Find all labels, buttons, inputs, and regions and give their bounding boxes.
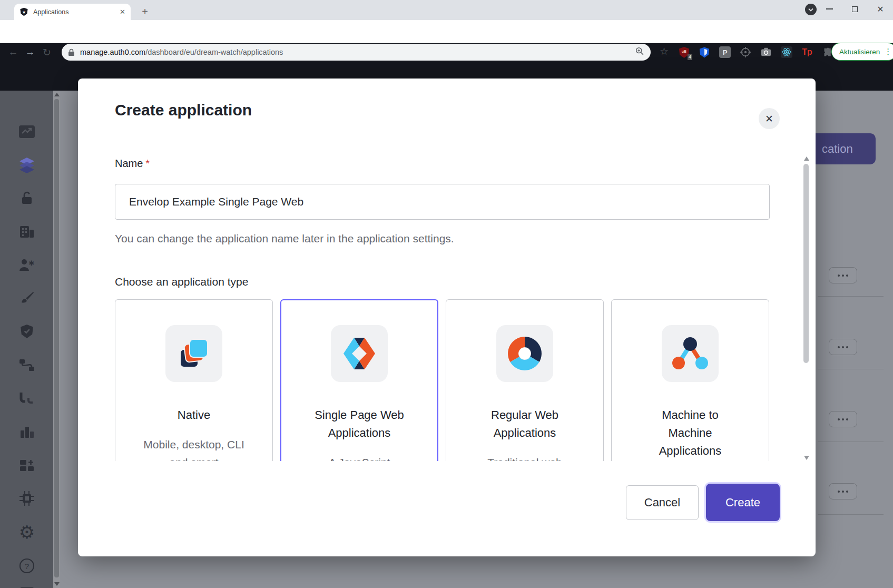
card-title: Single Page Web Applications [311, 406, 407, 442]
sidebar-item-actions[interactable] [16, 355, 37, 376]
tab-title: Applications [33, 8, 120, 16]
native-icon [165, 325, 222, 382]
sidebar-item-activity[interactable] [16, 121, 37, 142]
required-marker: * [145, 158, 150, 169]
application-type-section-label: Choose an application type [115, 276, 248, 288]
browser-tab[interactable]: ★ Applications ✕ [14, 4, 131, 20]
row-actions-button[interactable] [829, 411, 857, 427]
url-path: /dashboard/eu/dream-watch/applications [145, 48, 283, 56]
row-divider [818, 514, 884, 515]
extension-row: uB 4 P Tp L [678, 43, 855, 61]
card-title: Native [146, 406, 242, 424]
scroll-up-icon[interactable] [804, 156, 809, 161]
window-minimize-button[interactable] [817, 0, 841, 18]
camera-extension-icon[interactable] [760, 46, 772, 58]
create-application-modal: Create application ✕ Name* You can chang… [78, 79, 816, 556]
browser-menu-icon[interactable]: ⋮ [884, 47, 892, 56]
reload-button[interactable]: ↻ [39, 44, 55, 60]
scroll-down-icon[interactable] [804, 456, 809, 460]
bitwarden-extension-icon[interactable] [698, 46, 711, 58]
url-host: manage.auth0.com [80, 48, 145, 56]
scroll-up-icon[interactable] [54, 93, 60, 96]
sidebar-item-monitor[interactable] [16, 581, 37, 588]
modal-scrollbar[interactable] [802, 155, 811, 461]
app-type-card-spa[interactable]: Single Page Web Applications A JavaScrip… [280, 299, 438, 461]
modal-body: Name* You can change the application nam… [78, 79, 816, 461]
browser-tab-strip: ★ Applications ✕ + ✕ [0, 0, 893, 20]
sidebar-item-organizations[interactable] [16, 221, 37, 242]
window-maximize-button[interactable] [842, 0, 867, 18]
application-type-cards: Native Mobile, desktop, CLI and smart Si… [115, 299, 770, 461]
zoom-icon[interactable] [635, 46, 644, 58]
sidebar-item-branding[interactable] [16, 288, 37, 309]
card-description: A JavaScript [309, 454, 410, 461]
regular-web-icon [496, 325, 553, 382]
bookmark-star-icon[interactable]: ☆ [660, 45, 669, 57]
cancel-button[interactable]: Cancel [626, 485, 699, 520]
sidebar-item-authentication[interactable] [16, 188, 37, 209]
sidebar-item-help[interactable]: ? [16, 555, 37, 576]
row-divider [818, 442, 884, 442]
tampermonkey-extension-icon[interactable]: Tp [801, 46, 813, 58]
app-type-card-native[interactable]: Native Mobile, desktop, CLI and smart [115, 299, 273, 461]
m2m-icon [662, 325, 719, 382]
page-scrollbar[interactable] [53, 91, 60, 588]
card-title: Regular Web Applications [477, 406, 573, 442]
app-type-card-regular-web[interactable]: Regular Web Applications Traditional web [446, 299, 604, 461]
sidebar-item-applications[interactable] [16, 154, 37, 175]
app-type-card-m2m[interactable]: Machine to Machine Applications [611, 299, 769, 461]
create-button[interactable]: Create [706, 484, 780, 521]
scroll-down-icon[interactable] [54, 582, 60, 586]
forward-button[interactable]: → [22, 44, 38, 60]
ublock-extension-icon[interactable]: uB 4 [678, 46, 690, 58]
name-label: Name* [115, 158, 150, 170]
svg-text:✱: ✱ [29, 259, 35, 267]
ublock-badge: 4 [688, 54, 692, 60]
row-actions-button[interactable] [829, 483, 857, 499]
card-description: Mobile, desktop, CLI and smart [143, 436, 244, 461]
sidebar-item-marketplace[interactable] [16, 455, 37, 476]
svg-text:uB: uB [681, 50, 686, 53]
scrollbar-thumb[interactable] [54, 99, 59, 577]
sidebar-item-user-management[interactable]: ✱ [16, 254, 37, 276]
lock-icon [68, 48, 75, 56]
back-button[interactable]: ← [5, 44, 21, 60]
url-bar[interactable]: manage.auth0.com/dashboard/eu/dream-watc… [62, 44, 651, 61]
sidebar: ✱ ⚙ ? [0, 91, 53, 588]
tab-close-icon[interactable]: ✕ [120, 8, 125, 16]
p-extension-icon[interactable]: P [719, 46, 731, 58]
crosshair-extension-icon[interactable] [739, 46, 752, 58]
row-actions-button[interactable] [829, 339, 857, 355]
browser-toolbar: ← → ↻ manage.auth0.com/dashboard/eu/drea… [0, 20, 893, 43]
create-application-button-background[interactable]: cation [816, 133, 876, 164]
react-devtools-extension-icon[interactable] [780, 46, 793, 58]
window-close-button[interactable]: ✕ [868, 0, 892, 18]
svg-text:?: ? [25, 562, 29, 571]
row-actions-button[interactable] [829, 267, 857, 283]
card-title: Machine to Machine Applications [642, 406, 738, 460]
row-divider [818, 369, 884, 369]
sidebar-item-settings[interactable]: ⚙ [16, 522, 37, 543]
auth0-favicon-icon: ★ [19, 7, 28, 16]
application-name-input[interactable] [115, 184, 770, 220]
update-chrome-button[interactable]: Aktualisieren ⋮ [831, 43, 893, 61]
new-tab-button[interactable]: + [138, 5, 152, 19]
card-description: Traditional web [474, 454, 575, 461]
spa-icon [331, 325, 388, 382]
svg-text:★: ★ [22, 9, 26, 15]
browser-update-icon[interactable] [805, 4, 817, 15]
row-divider [818, 296, 884, 297]
name-help-text: You can change the application name late… [115, 232, 454, 245]
sidebar-item-security[interactable] [16, 321, 37, 342]
sidebar-item-extensions[interactable] [16, 488, 37, 509]
sidebar-item-monitoring[interactable] [16, 422, 37, 443]
sidebar-item-auth-pipeline[interactable] [16, 388, 37, 409]
modal-scrollbar-thumb[interactable] [803, 164, 809, 363]
